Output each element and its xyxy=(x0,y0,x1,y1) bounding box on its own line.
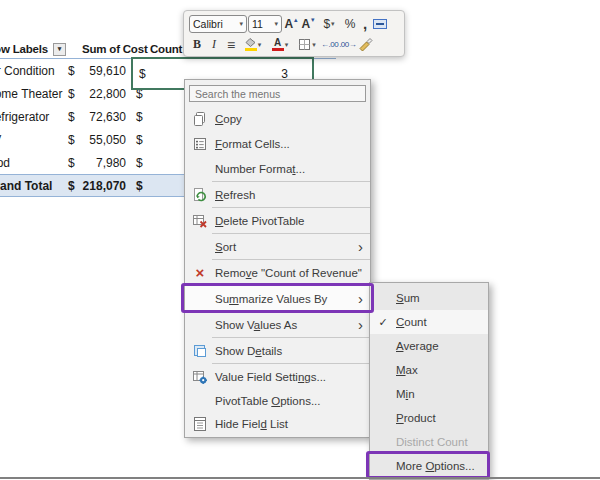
mini-toolbar: Calibri 11 A A $ % , xyxy=(183,10,405,57)
submenu-item-min[interactable]: Min xyxy=(370,382,488,406)
chevron-down-icon xyxy=(258,41,262,49)
accounting-format-button[interactable]: $ xyxy=(317,14,341,33)
menu-item-format-cells[interactable]: Format Cells... xyxy=(185,131,370,156)
comma-style-button[interactable]: , xyxy=(359,14,371,33)
selected-cell-currency: $ xyxy=(139,67,146,81)
chevron-down-icon xyxy=(285,41,289,49)
hide-field-list-icon xyxy=(185,416,215,432)
refresh-icon xyxy=(185,187,215,203)
increase-decimal-button[interactable]: ←.00 xyxy=(321,35,338,54)
format-painter-brush-icon xyxy=(358,37,373,52)
font-color-button[interactable]: A xyxy=(267,35,293,54)
merge-center-button[interactable] xyxy=(372,14,388,33)
menu-item-show-values-as[interactable]: Show Values As xyxy=(185,312,370,337)
increase-font-size-button[interactable]: A xyxy=(283,14,299,33)
borders-button[interactable] xyxy=(294,35,320,54)
menu-item-remove-count-of-revenue[interactable]: × Remove "Count of Revenue" xyxy=(185,260,370,285)
copy-icon xyxy=(185,111,215,127)
menu-item-number-format[interactable]: Number Format... xyxy=(185,156,370,181)
submenu-arrow-icon xyxy=(354,238,370,256)
bold-button[interactable]: B xyxy=(189,35,205,54)
format-cells-icon xyxy=(185,136,215,152)
submenu-item-sum[interactable]: Sum xyxy=(370,286,488,310)
borders-grid-icon xyxy=(298,38,311,51)
context-menu: Copy Format Cells... Number Format... Re… xyxy=(184,79,371,438)
submenu-arrow-icon xyxy=(354,316,370,334)
fill-bucket-icon xyxy=(245,38,257,51)
submenu-item-product[interactable]: Product xyxy=(370,406,488,430)
delete-pivottable-icon xyxy=(185,213,215,229)
decrease-decimal-button[interactable]: .00→ xyxy=(339,35,356,54)
decrease-font-size-button[interactable]: A xyxy=(300,14,316,33)
submenu-item-average[interactable]: Average xyxy=(370,334,488,358)
chevron-down-icon xyxy=(312,41,316,49)
italic-button[interactable]: I xyxy=(206,35,222,54)
submenu-item-max[interactable]: Max xyxy=(370,358,488,382)
menu-item-delete-pivottable[interactable]: Delete PivotTable xyxy=(185,208,370,233)
checkmark-icon xyxy=(370,316,396,329)
font-size-combobox[interactable]: 11 xyxy=(248,15,282,33)
chevron-down-icon xyxy=(274,20,278,28)
chevron-down-icon xyxy=(331,20,335,28)
search-input[interactable] xyxy=(189,85,366,102)
chevron-down-icon xyxy=(239,20,243,28)
menu-item-refresh[interactable]: Refresh xyxy=(185,182,370,207)
submenu-item-more-options[interactable]: More Options... xyxy=(370,454,488,478)
percent-style-button[interactable]: % xyxy=(342,14,358,33)
menu-item-hide-field-list[interactable]: Hide Field List xyxy=(185,412,370,435)
menu-item-show-details[interactable]: Show Details xyxy=(185,338,370,363)
sum-of-cost-header: Sum of Cost xyxy=(82,43,150,55)
submenu-arrow-icon xyxy=(354,290,370,308)
menu-item-summarize-values-by[interactable]: Summarize Values By xyxy=(185,286,370,312)
format-painter-button[interactable] xyxy=(357,35,373,54)
menu-item-pivottable-options[interactable]: PivotTable Options... xyxy=(185,389,370,412)
center-align-icon[interactable] xyxy=(223,35,239,54)
menu-item-value-field-settings[interactable]: Value Field Settings... xyxy=(185,364,370,389)
menu-item-copy[interactable]: Copy xyxy=(185,106,370,131)
row-labels-header: Row Labels xyxy=(0,43,48,55)
fill-color-button[interactable] xyxy=(240,35,266,54)
show-details-icon xyxy=(185,343,215,359)
grow-arrow-icon xyxy=(294,16,298,24)
submenu-item-distinct-count: Distinct Count xyxy=(370,430,488,454)
menu-item-sort[interactable]: Sort xyxy=(185,234,370,259)
remove-x-icon: × xyxy=(196,267,205,279)
font-name-combobox[interactable]: Calibri xyxy=(189,15,247,33)
bottom-border-line xyxy=(0,477,600,479)
excel-screenshot: Row Labels Sum of Cost Count of Revenue … xyxy=(0,0,600,480)
summarize-values-submenu: Sum Count Average Max Min Product Distin… xyxy=(369,282,489,480)
submenu-item-count[interactable]: Count xyxy=(370,310,488,334)
merge-center-icon xyxy=(372,18,388,30)
font-color-bar-icon xyxy=(272,48,284,51)
shrink-arrow-icon xyxy=(311,16,315,24)
row-labels-filter-dropdown[interactable] xyxy=(53,43,66,56)
value-field-settings-icon xyxy=(185,369,215,385)
